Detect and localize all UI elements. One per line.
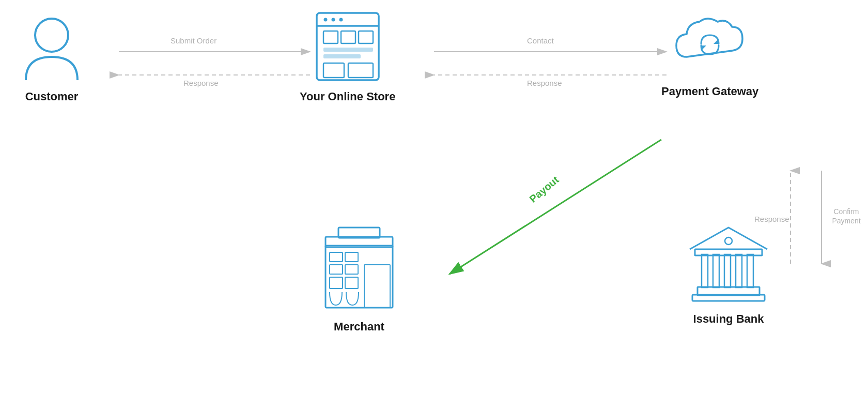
svg-rect-24 [348,63,373,78]
node-merchant: Merchant [320,222,398,334]
svg-rect-42 [736,254,742,288]
svg-rect-20 [359,31,373,43]
svg-rect-23 [323,63,344,78]
svg-line-11 [450,140,661,274]
svg-point-45 [725,237,732,245]
svg-rect-22 [323,54,361,58]
diagram-container: Submit Order Response Contact Response R… [0,0,868,393]
payout-label: Payout [527,174,561,205]
svg-rect-39 [702,254,708,288]
response-label-1: Response [183,79,219,87]
svg-rect-18 [323,31,338,43]
svg-marker-26 [701,46,706,51]
svg-rect-35 [330,277,343,289]
svg-rect-32 [330,265,343,274]
svg-point-12 [35,19,68,52]
merchant-label: Merchant [334,320,384,334]
svg-point-17 [339,18,343,22]
svg-rect-33 [345,265,358,274]
svg-point-15 [323,18,327,22]
svg-rect-34 [364,265,390,308]
svg-rect-40 [713,254,719,288]
svg-marker-25 [714,39,719,44]
store-label: Your Online Store [300,90,395,103]
svg-rect-41 [724,254,731,288]
node-customer: Customer [21,16,83,103]
response-label-2: Response [527,79,562,87]
svg-rect-19 [341,31,355,43]
svg-rect-30 [330,252,343,262]
bank-icon [687,222,770,305]
bank-label: Issuing Bank [693,312,764,326]
node-store: Your Online Store [300,10,395,103]
svg-rect-31 [345,252,358,262]
svg-rect-36 [345,277,358,289]
customer-label: Customer [25,90,79,103]
svg-point-16 [331,18,335,22]
node-gateway: Payment Gateway [661,10,758,98]
svg-rect-43 [747,254,753,288]
gateway-icon [671,10,749,78]
node-bank: Issuing Bank [687,222,770,326]
submit-order-label: Submit Order [171,36,216,45]
gateway-label: Payment Gateway [661,85,758,98]
merchant-icon [320,222,398,313]
svg-rect-21 [323,48,373,52]
confirm-payment-label: Confirm Payment [826,207,867,225]
contact-label: Contact [527,36,554,45]
customer-icon [21,16,83,83]
store-icon [314,10,381,83]
